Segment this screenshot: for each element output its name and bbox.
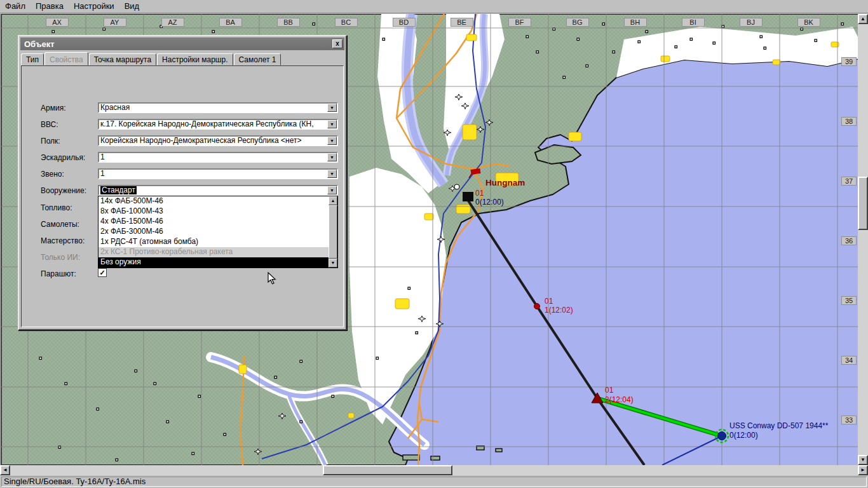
ship-time-label: 0(12:00) [729, 431, 758, 440]
flight-combobox[interactable]: 1 ▼ [98, 168, 338, 179]
map-column-label: AX [46, 18, 69, 27]
scroll-down-button[interactable]: ▼ [858, 455, 868, 465]
dropdown-arrow-icon[interactable]: ▼ [327, 120, 337, 128]
dropdown-arrow-icon[interactable]: ▼ [327, 104, 337, 112]
list-scrollbar[interactable]: ▲ ▼ [329, 196, 337, 268]
map-row-label: 38 [841, 117, 857, 126]
vertical-scrollbar[interactable]: ▲ ▼ [858, 14, 868, 465]
squadron-combobox[interactable]: 1 ▼ [98, 152, 338, 163]
clock-icon [454, 184, 459, 189]
menu-item-settings[interactable]: Настройки [69, 0, 119, 13]
ship-name-label: USS Conway DD-507 1944** [729, 421, 829, 430]
map-column-label: BJ [740, 18, 763, 27]
map-column-label: BB [277, 18, 300, 27]
armament-selected-value: Стандарт [100, 186, 137, 194]
dropdown-arrow-icon[interactable]: ▼ [327, 170, 337, 178]
dropdown-arrow-icon[interactable]: ▼ [327, 153, 337, 161]
hungnam-label: Hungnam [485, 178, 525, 187]
menu-item-view[interactable]: Вид [119, 0, 145, 13]
map-column-label: BA [219, 18, 242, 27]
scroll-right-button[interactable]: ► [858, 465, 868, 475]
dropdown-arrow-icon[interactable]: ▼ [327, 186, 337, 194]
weapon-option[interactable]: Без оружия [98, 257, 329, 268]
waypoint-1-time-label: 1(12:02) [545, 306, 573, 315]
armament-combobox[interactable]: Стандарт ▼ [98, 185, 338, 196]
horizontal-scroll-thumb[interactable] [323, 465, 452, 475]
unit-marker[interactable] [463, 192, 473, 201]
status-text: Single/RU/Боевая. Ту-16А/Ту-16А.mis [1, 477, 867, 487]
horizontal-scrollbar[interactable]: ◄ ► [0, 465, 868, 475]
tab-настройки-маршр-[interactable]: Настройки маршр. [157, 53, 233, 65]
unit-time-label: 0(12:00) [475, 198, 504, 207]
menu-bar: ФайлПравкаНастройкиВид [0, 0, 868, 13]
weapon-option[interactable]: 14х ФАБ-500М-46 [98, 196, 329, 207]
map-row-label: 36 [841, 236, 857, 245]
list-scroll-up-button[interactable]: ▲ [329, 196, 337, 205]
army-label: Армия: [41, 103, 65, 113]
map-row-label: 35 [841, 296, 857, 305]
waypoint-2-time-label: 2(12:04) [605, 395, 634, 404]
parachute-checkbox[interactable]: ✓ [98, 268, 107, 277]
tab-точка-маршрута[interactable]: Точка маршрута [89, 53, 156, 65]
unit-id-label: 01 [475, 189, 484, 198]
weapon-option[interactable]: 8х ФАБ-1000М-43 [98, 207, 329, 217]
army-combobox[interactable]: Красная ▼ [98, 102, 338, 113]
weapon-option[interactable]: 4х ФАБ-1500М-46 [98, 217, 329, 227]
menu-item-file[interactable]: Файл [0, 0, 31, 13]
vertical-scroll-thumb[interactable] [858, 177, 868, 230]
map-column-label: AZ [161, 18, 184, 27]
tab-самолет-1[interactable]: Самолет 1 [234, 53, 281, 65]
map-column-label: BF [508, 18, 531, 27]
skill-label: Мастерство: [41, 236, 85, 246]
aircraft-count-label: Самолеты: [41, 219, 79, 229]
map-column-label: BI [682, 18, 705, 27]
tab-свойства[interactable]: Свойства [44, 52, 88, 65]
ship-marker[interactable] [718, 432, 726, 440]
armament-dropdown-list[interactable]: 14х ФАБ-500М-468х ФАБ-1000М-434х ФАБ-150… [98, 196, 338, 268]
weapon-option[interactable]: 1х РДС-4Т (атомная бомба) [98, 237, 329, 247]
parachute-label: Парашют: [41, 269, 76, 279]
airforce-label: ВВС: [41, 119, 58, 130]
status-bar: Single/RU/Боевая. Ту-16А/Ту-16А.mis [0, 476, 868, 488]
weapon-option: 2х КС-1 Противо-корабельная ракета [98, 247, 329, 257]
map-row-label: 34 [841, 356, 857, 365]
armament-label: Вооружение: [41, 186, 86, 196]
map-column-label: BK [797, 18, 820, 27]
tab-strip: ТипСвойстваТочка маршрутаНастройки маршр… [21, 52, 344, 65]
dialog-title: Объект [20, 39, 332, 49]
waypoint-1-marker[interactable] [534, 304, 540, 309]
waypoint-1-id-label: 01 [545, 297, 553, 306]
menu-item-edit[interactable]: Правка [31, 0, 69, 13]
map-row-label: 39 [841, 57, 857, 66]
dialog-titlebar[interactable]: Объект x [20, 37, 344, 50]
fuel-label: Топливо: [41, 203, 72, 213]
list-scroll-thumb[interactable] [329, 205, 337, 259]
close-button[interactable]: x [332, 39, 342, 48]
regiment-combobox[interactable]: Корейская Народно-Демократическая Респуб… [98, 135, 338, 146]
map-row-label: 37 [841, 177, 857, 186]
map-column-label: AY [104, 18, 126, 27]
map-column-label: BC [335, 18, 358, 27]
map-column-label: BG [566, 18, 589, 27]
object-dialog: Объект x ТипСвойстваТочка маршрутаНастро… [18, 35, 347, 330]
weapon-option[interactable]: 2х ФАБ-3000М-46 [98, 227, 329, 237]
map-column-label: BD [393, 18, 416, 27]
squadron-label: Эскадрилья: [41, 152, 85, 163]
mouse-cursor [268, 272, 277, 288]
map-column-label: BE [451, 18, 473, 27]
tab-тип[interactable]: Тип [21, 53, 44, 65]
map-row-label: 33 [841, 416, 857, 424]
scroll-left-button[interactable]: ◄ [0, 465, 10, 475]
regiment-label: Полк: [41, 136, 60, 146]
dropdown-arrow-icon[interactable]: ▼ [327, 137, 337, 145]
ai-only-label: Только ИИ: [41, 252, 80, 262]
flight-label: Звено: [41, 169, 64, 179]
list-scroll-down-button[interactable]: ▼ [329, 259, 337, 268]
scroll-up-button[interactable]: ▲ [858, 14, 868, 24]
airforce-combobox[interactable]: к.17. Корейская Народно-Демократическая … [98, 119, 338, 130]
dialog-content: Армия: ВВС: Полк: Эскадрилья: Звено: Воо… [21, 65, 344, 327]
waypoint-2-id-label: 01 [605, 386, 614, 395]
map-column-label: BH [624, 18, 647, 27]
